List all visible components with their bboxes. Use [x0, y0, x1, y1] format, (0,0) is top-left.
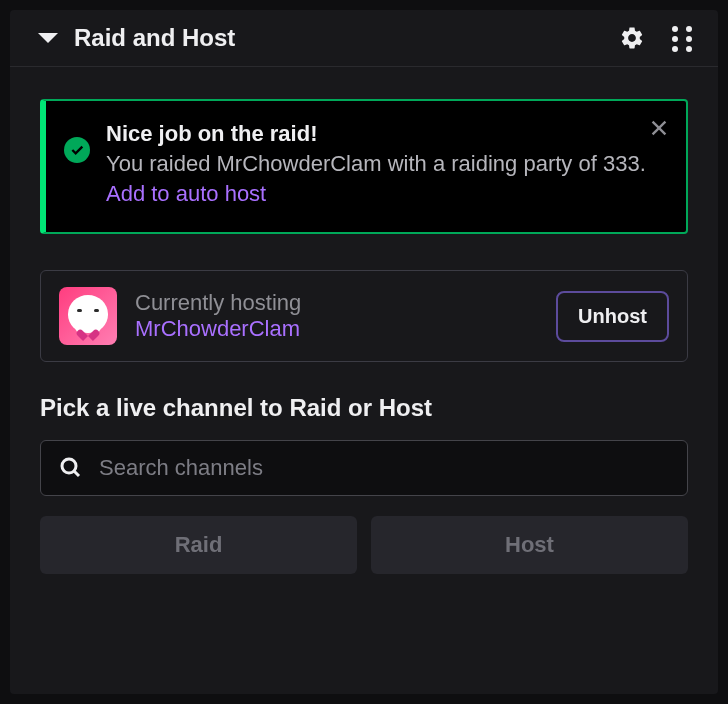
alert-text-prefix: You raided [106, 151, 217, 176]
drag-handle-icon[interactable] [670, 24, 698, 52]
raid-button[interactable]: Raid [40, 516, 357, 574]
unhost-button[interactable]: Unhost [556, 291, 669, 342]
hosting-label: Currently hosting [135, 290, 538, 316]
host-button[interactable]: Host [371, 516, 688, 574]
panel-title: Raid and Host [74, 24, 235, 52]
search-input[interactable] [99, 455, 669, 481]
add-auto-host-link[interactable]: Add to auto host [106, 181, 266, 206]
search-box[interactable] [40, 440, 688, 496]
search-icon [59, 456, 83, 480]
hosting-card: Currently hosting MrChowderClam Unhost [40, 270, 688, 362]
close-icon[interactable] [648, 117, 670, 139]
alert-text-middle: with a raiding party of [382, 151, 603, 176]
panel-header: Raid and Host [10, 10, 718, 67]
avatar [59, 287, 117, 345]
panel-content: Nice job on the raid! You raided MrChowd… [10, 67, 718, 594]
section-title: Pick a live channel to Raid or Host [40, 394, 688, 422]
gear-icon[interactable] [618, 24, 646, 52]
hosting-info: Currently hosting MrChowderClam [135, 290, 538, 342]
hosting-channel-name[interactable]: MrChowderClam [135, 316, 538, 342]
checkmark-icon [64, 137, 90, 163]
alert-party-count: 333 [603, 151, 640, 176]
raid-host-panel: Raid and Host Nice job on the [10, 10, 718, 694]
alert-body: Nice job on the raid! You raided MrChowd… [106, 121, 668, 208]
alert-text-suffix: . [640, 151, 646, 176]
alert-raided-name: MrChowderClam [217, 151, 382, 176]
header-left: Raid and Host [30, 24, 618, 52]
header-right [618, 24, 698, 52]
svg-line-3 [74, 471, 79, 476]
svg-point-2 [62, 459, 76, 473]
alert-title: Nice job on the raid! [106, 121, 668, 147]
chevron-down-icon[interactable] [38, 33, 58, 43]
raid-success-alert: Nice job on the raid! You raided MrChowd… [40, 99, 688, 234]
action-button-row: Raid Host [40, 516, 688, 574]
alert-text: You raided MrChowderClam with a raiding … [106, 149, 668, 208]
